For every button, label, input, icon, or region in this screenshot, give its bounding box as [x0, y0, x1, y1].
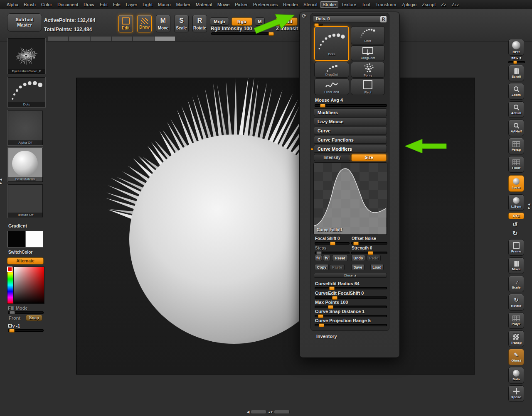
- rotate-cw-icon[interactable]: ↻: [512, 230, 518, 237]
- local-button[interactable]: Local: [508, 175, 524, 192]
- mouse-avg-slider[interactable]: [315, 104, 387, 107]
- menu-item-preferences[interactable]: Preferences: [251, 1, 280, 8]
- doc-size-segment-active[interactable]: [155, 37, 175, 41]
- scroll-updown-icon[interactable]: ▲▼: [268, 411, 273, 414]
- scale-tool-button[interactable]: S Scale: [174, 15, 189, 32]
- scrollbar-track[interactable]: [251, 410, 266, 414]
- ghost-button[interactable]: ✎ Ghost: [508, 349, 524, 365]
- stroke-type-freehand[interactable]: FreeHand: [314, 78, 349, 95]
- menu-item-edit[interactable]: Edit: [97, 1, 110, 8]
- transp-button[interactable]: Transp: [508, 330, 524, 347]
- canvas[interactable]: [76, 78, 475, 374]
- menu-item-transform[interactable]: Transform: [373, 1, 399, 8]
- snap-button[interactable]: Snap: [26, 315, 42, 321]
- draw-button[interactable]: Draw: [137, 15, 152, 32]
- menu-item-picker[interactable]: Picker: [232, 1, 250, 8]
- stroke-type-spray[interactable]: Spray: [351, 62, 385, 78]
- edit-button[interactable]: Edit: [118, 15, 133, 32]
- scroll-button[interactable]: Scroll: [508, 65, 524, 81]
- curveedit-focalshift-thumb[interactable]: [332, 296, 337, 300]
- section-modifiers[interactable]: Modifiers: [314, 108, 387, 116]
- offset-noise-thumb[interactable]: [353, 242, 359, 245]
- move-button[interactable]: Move: [508, 257, 524, 274]
- left-edge-collapse-handle[interactable]: ◂▸: [0, 178, 2, 185]
- spix-slider[interactable]: [508, 61, 525, 63]
- curve-editor[interactable]: Curve Falloff: [313, 162, 387, 235]
- menu-item-zplugin[interactable]: Zplugin: [399, 1, 419, 8]
- solo-button[interactable]: Solo: [508, 367, 524, 384]
- actual-button[interactable]: Actual: [508, 101, 524, 118]
- section-lazy-mouse[interactable]: Lazy Mouse: [314, 117, 387, 125]
- menu-item-file[interactable]: File: [111, 1, 123, 8]
- menu-item-tool[interactable]: Tool: [359, 1, 372, 8]
- subtool-master-button[interactable]: SubTool Master: [7, 13, 42, 32]
- rgb-button[interactable]: Rgb: [232, 17, 252, 26]
- copy-button[interactable]: Copy: [315, 264, 329, 270]
- redo-button[interactable]: Redo: [367, 255, 381, 261]
- curveedit-radius-slider[interactable]: [315, 287, 387, 289]
- close-bar[interactable]: Close ▲: [314, 273, 387, 278]
- menu-item-render[interactable]: Render: [281, 1, 300, 8]
- persp-button[interactable]: Persp: [508, 138, 524, 154]
- frame-button[interactable]: Frame: [508, 239, 524, 256]
- aahalf-button[interactable]: AAHalf: [508, 120, 524, 136]
- focal-shift-slider[interactable]: [315, 242, 350, 245]
- curve-snap-distance-slider[interactable]: [315, 315, 387, 317]
- floor-button[interactable]: Floor: [508, 156, 524, 173]
- scale-button[interactable]: ↔ Scale: [508, 276, 524, 292]
- undo-button[interactable]: Undo: [351, 255, 365, 261]
- fill-mode-slider[interactable]: [8, 311, 44, 314]
- move-tool-button[interactable]: M Move: [156, 15, 170, 32]
- rotate-ccw-icon[interactable]: ↺: [512, 221, 518, 228]
- rotate-button[interactable]: ↻ Rotate: [508, 294, 524, 311]
- scrollbar-track[interactable]: [274, 410, 290, 414]
- menu-item-zscript[interactable]: Zscript: [419, 1, 438, 8]
- switchcolor-label[interactable]: SwitchColor: [8, 250, 32, 254]
- polyf-button[interactable]: PolyF: [508, 312, 524, 329]
- menu-item-color[interactable]: Color: [39, 1, 54, 8]
- menu-item-movie[interactable]: Movie: [215, 1, 232, 8]
- menu-item-draw[interactable]: Draw: [81, 1, 97, 8]
- section-curve[interactable]: Curve: [314, 127, 387, 135]
- rotate-tool-button[interactable]: R Rotate: [192, 15, 207, 32]
- material-thumbnail[interactable]: BasicMaterial: [8, 148, 43, 182]
- stroke-type-dots[interactable]: Dots: [351, 26, 385, 44]
- restore-button[interactable]: R: [380, 16, 387, 23]
- texture-thumbnail[interactable]: Texture Off: [8, 184, 43, 218]
- elv-slider[interactable]: [8, 329, 44, 332]
- brush-thumbnail[interactable]: EyeLashesCurve_F: [8, 38, 45, 74]
- stroke-type-rect[interactable]: Rect: [351, 78, 385, 95]
- fh-button[interactable]: fH: [315, 255, 322, 261]
- stroke-type-dragrect[interactable]: DragRect: [351, 45, 385, 61]
- tab-intensity[interactable]: Intensity: [314, 154, 350, 161]
- paste-button[interactable]: Paste: [330, 264, 345, 270]
- menu-item-stencil[interactable]: Stencil: [301, 1, 320, 8]
- lsym-button[interactable]: L.Sym: [508, 194, 524, 211]
- title-mini-slider[interactable]: [314, 24, 323, 26]
- curve-snap-distance-thumb[interactable]: [318, 314, 323, 318]
- menu-item-zz[interactable]: Zz: [438, 1, 448, 8]
- doc-size-segment[interactable]: [133, 37, 153, 41]
- fill-mode-thumb[interactable]: [10, 311, 15, 315]
- load-button[interactable]: Load: [370, 264, 384, 270]
- menu-item-layer[interactable]: Layer: [123, 1, 140, 8]
- stroke-thumbnail[interactable]: Dots: [8, 77, 45, 107]
- strength-thumb[interactable]: [368, 251, 373, 255]
- section-curve-modifiers[interactable]: Curve Modifiers: [314, 145, 387, 153]
- tab-size[interactable]: Size: [351, 154, 387, 161]
- color-swatch-secondary[interactable]: [26, 231, 43, 247]
- menu-item-stroke[interactable]: Stroke: [320, 1, 338, 8]
- alpha-thumbnail[interactable]: Alpha Off: [8, 110, 43, 145]
- scroll-left-icon[interactable]: ◀: [247, 410, 249, 414]
- doc-size-segment[interactable]: [112, 37, 132, 41]
- mouse-avg-thumb[interactable]: [320, 104, 325, 108]
- menu-item-zzz[interactable]: Zzz: [449, 1, 461, 8]
- inventory-label[interactable]: Inventory: [316, 334, 337, 339]
- focal-shift-thumb[interactable]: [330, 242, 335, 245]
- alternate-button[interactable]: Alternate: [7, 257, 44, 264]
- stroke-title-bar[interactable]: Dots. 0: [313, 15, 386, 22]
- bpr-button[interactable]: BPR: [508, 39, 524, 56]
- right-edge-collapse-handle[interactable]: ◂▸: [528, 203, 530, 210]
- curve-projection-range-slider[interactable]: [315, 324, 387, 326]
- menu-item-marker[interactable]: Marker: [174, 1, 193, 8]
